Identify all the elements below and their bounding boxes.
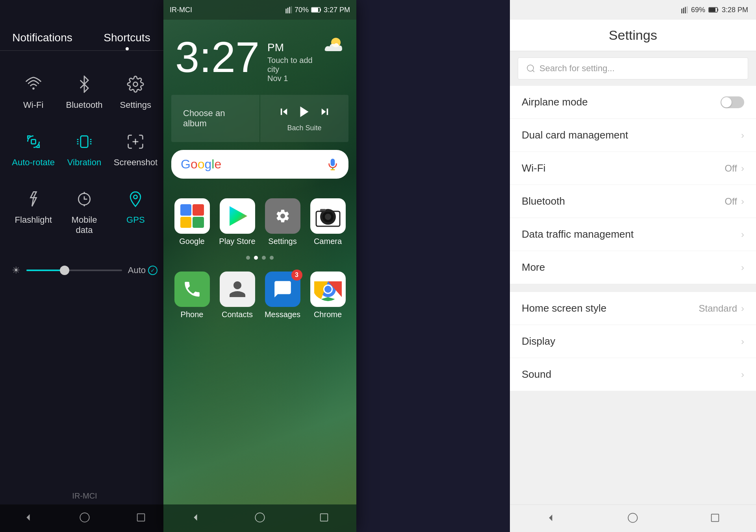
settings-item-dualcard[interactable]: Dual card management › <box>510 119 756 152</box>
nav-recent-mid[interactable] <box>319 512 330 525</box>
settings-list-2: Home screen style Standard › Display › S… <box>510 292 756 391</box>
app-google[interactable]: Google <box>171 198 213 246</box>
airplane-toggle[interactable] <box>721 96 744 108</box>
dot-1[interactable] <box>254 256 258 260</box>
qs-gps[interactable]: GPS <box>110 177 161 245</box>
qs-gps-label: GPS <box>126 215 145 225</box>
nav-back-left[interactable] <box>23 512 34 525</box>
next-track-button[interactable] <box>319 106 330 118</box>
clock-details: PM Touch to add city Nov 1 <box>267 35 313 83</box>
wifi-value-area: Off › <box>724 163 744 174</box>
settings-item-sound[interactable]: Sound › <box>510 358 756 391</box>
svg-rect-55 <box>717 9 718 11</box>
svg-point-16 <box>134 195 137 199</box>
svg-rect-20 <box>285 9 286 13</box>
qs-flashlight[interactable]: Flashlight <box>8 177 59 245</box>
nav-home-mid[interactable] <box>254 512 265 525</box>
status-bar-middle: IR-MCI 70% 3:27 PM <box>163 0 356 20</box>
app-playstore[interactable]: Play Store <box>217 198 258 246</box>
qs-vibration[interactable]: Vibration <box>59 120 109 177</box>
svg-line-58 <box>533 70 534 72</box>
svg-rect-53 <box>687 6 687 13</box>
nav-recent-left[interactable] <box>135 512 146 525</box>
app-settings[interactable]: Settings <box>262 198 303 246</box>
google-search-bar[interactable]: Google <box>171 150 348 179</box>
nav-recent-right[interactable] <box>710 512 721 525</box>
dock-phone[interactable]: Phone <box>171 272 213 319</box>
vibration-icon <box>72 130 96 153</box>
music-album-label[interactable]: Choose an album <box>171 95 259 142</box>
settings-item-display[interactable]: Display › <box>510 325 756 358</box>
svg-rect-3 <box>81 136 88 147</box>
qs-mobiledata[interactable]: Mobile data <box>59 177 109 245</box>
dock-messages[interactable]: 3 Messages <box>262 272 303 319</box>
brightness-slider[interactable] <box>26 270 122 271</box>
settings-list: Airplane mode Dual card management › Wi-… <box>510 86 756 284</box>
tab-notifications[interactable]: Notifications <box>0 24 85 50</box>
dot-0[interactable] <box>246 256 250 260</box>
screenshot-icon <box>124 130 147 153</box>
music-track-name: Bach Suite <box>287 124 321 132</box>
settings-item-wifi[interactable]: Wi-Fi Off › <box>510 152 756 185</box>
brightness-auto-check: ✓ <box>148 266 158 275</box>
settings-item-airplane[interactable]: Airplane mode <box>510 86 756 119</box>
settings-time: 3:28 PM <box>722 6 748 14</box>
qs-autorotate[interactable]: Auto-rotate <box>8 120 59 177</box>
prev-track-button[interactable] <box>278 106 289 118</box>
datatraffic-label: Data traffic management <box>522 228 634 240</box>
settings-item-bluetooth[interactable]: Bluetooth Off › <box>510 185 756 218</box>
phone-dock-icon <box>174 272 210 307</box>
dot-3[interactable] <box>270 256 274 260</box>
voice-search-icon[interactable] <box>326 158 339 171</box>
svg-marker-17 <box>26 514 30 521</box>
homescreen-value: Standard <box>699 303 737 314</box>
svg-marker-59 <box>549 514 552 521</box>
google-app-label: Google <box>179 237 205 246</box>
music-control-buttons <box>278 105 330 120</box>
svg-rect-26 <box>312 8 318 12</box>
dot-2[interactable] <box>262 256 266 260</box>
flashlight-icon <box>22 187 45 211</box>
clock-touch-text[interactable]: Touch to add city <box>267 56 313 74</box>
bluetooth-value: Off <box>724 196 737 207</box>
qs-wifi-label: Wi-Fi <box>23 100 43 110</box>
chevron-icon: › <box>741 303 744 314</box>
battery-label: 70% <box>295 6 309 14</box>
nav-bar-middle <box>163 504 356 532</box>
display-label: Display <box>522 335 555 347</box>
svg-rect-56 <box>709 8 715 12</box>
settings-item-more[interactable]: More › <box>510 251 756 284</box>
qs-screenshot[interactable]: Screenshot <box>110 120 161 177</box>
nav-back-right[interactable] <box>545 512 556 525</box>
svg-marker-30 <box>300 107 309 117</box>
settings-item-homescreen[interactable]: Home screen style Standard › <box>510 292 756 325</box>
dock-chrome[interactable]: Chrome <box>307 272 348 319</box>
mobiledata-icon <box>72 187 96 211</box>
app-camera[interactable]: Camera <box>307 198 348 246</box>
svg-rect-52 <box>685 7 686 14</box>
svg-rect-19 <box>137 514 145 521</box>
settings-app-label: Settings <box>268 237 296 246</box>
brightness-auto[interactable]: Auto ✓ <box>128 265 158 275</box>
settings-search[interactable]: Search for setting... <box>518 57 748 79</box>
svg-marker-47 <box>194 514 197 521</box>
airplane-label: Airplane mode <box>522 96 588 108</box>
play-pause-button[interactable] <box>297 105 311 120</box>
chevron-icon: › <box>741 163 744 174</box>
nav-back-mid[interactable] <box>190 512 201 525</box>
left-panel-footer: IR-MCI <box>0 491 169 501</box>
dock-contacts[interactable]: Contacts <box>217 272 258 319</box>
tab-shortcuts[interactable]: Shortcuts <box>85 24 169 50</box>
svg-rect-50 <box>681 9 682 13</box>
qs-screenshot-label: Screenshot <box>114 157 158 168</box>
nav-home-right[interactable] <box>627 512 638 525</box>
qs-settings[interactable]: Settings <box>110 63 161 120</box>
qs-autorotate-label: Auto-rotate <box>12 157 55 168</box>
settings-battery: 69% <box>691 6 705 14</box>
svg-rect-61 <box>711 514 719 521</box>
qs-wifi[interactable]: Wi-Fi <box>8 63 59 120</box>
nav-home-left[interactable] <box>79 512 90 525</box>
svg-rect-2 <box>31 140 35 144</box>
qs-bluetooth[interactable]: Bluetooth <box>59 63 109 120</box>
settings-item-datatraffic[interactable]: Data traffic management › <box>510 218 756 251</box>
